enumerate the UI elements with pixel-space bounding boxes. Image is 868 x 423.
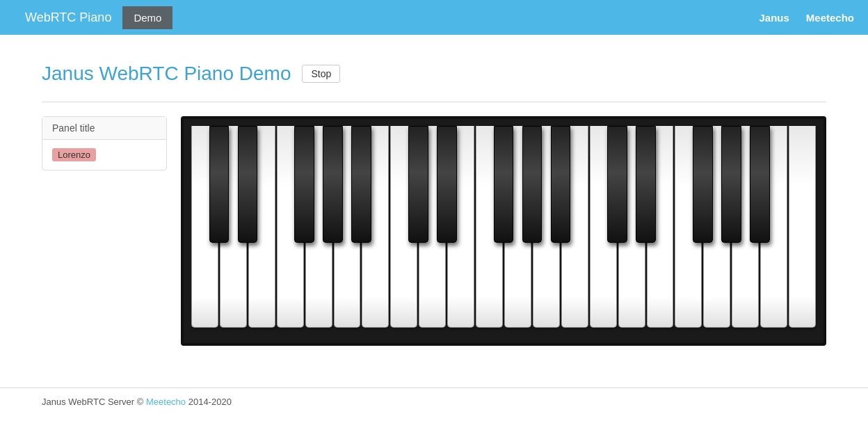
navbar-brand: WebRTC Piano xyxy=(14,10,122,25)
footer-text-before: Janus WebRTC Server © xyxy=(42,397,146,407)
users-panel: Panel title Lorenzo xyxy=(42,116,167,170)
piano-black-key[interactable] xyxy=(294,126,314,243)
piano-black-key[interactable] xyxy=(408,126,428,243)
piano-black-key[interactable] xyxy=(209,126,230,243)
piano-black-key[interactable] xyxy=(522,126,542,243)
panel-title: Panel title xyxy=(42,117,166,140)
stop-button[interactable]: Stop xyxy=(302,65,340,83)
footer-meetecho-link[interactable]: Meetecho xyxy=(146,397,186,407)
piano-black-key[interactable] xyxy=(494,126,514,243)
header-divider xyxy=(42,102,826,102)
piano-black-key[interactable] xyxy=(437,126,457,243)
piano-black-key[interactable] xyxy=(636,126,656,243)
piano-black-key[interactable] xyxy=(750,126,770,243)
navbar: WebRTC Piano Demo Janus Meetecho xyxy=(0,0,868,35)
content-area: Panel title Lorenzo xyxy=(42,116,826,346)
piano-black-key[interactable] xyxy=(551,126,571,243)
page-header: Janus WebRTC Piano Demo Stop xyxy=(42,63,826,85)
piano-black-key[interactable] xyxy=(721,126,741,243)
piano-white-key[interactable] xyxy=(789,126,816,328)
navbar-links: Janus Meetecho xyxy=(759,12,854,24)
footer: Janus WebRTC Server © Meetecho 2014-2020 xyxy=(0,388,868,415)
piano-black-key[interactable] xyxy=(693,126,713,243)
panel-body: Lorenzo xyxy=(42,140,166,170)
main-content: Janus WebRTC Piano Demo Stop Panel title… xyxy=(0,35,868,360)
piano-black-key[interactable] xyxy=(238,126,258,243)
piano-black-key[interactable] xyxy=(607,126,627,243)
navbar-link-meetecho[interactable]: Meetecho xyxy=(806,12,854,24)
piano-keys xyxy=(191,126,817,328)
navbar-demo-tab[interactable]: Demo xyxy=(122,6,172,29)
footer-text-after: 2014-2020 xyxy=(186,397,232,407)
page-title: Janus WebRTC Piano Demo xyxy=(42,63,291,85)
navbar-link-janus[interactable]: Janus xyxy=(759,12,789,24)
piano-black-key[interactable] xyxy=(323,126,343,243)
piano-container xyxy=(181,116,826,346)
user-badge: Lorenzo xyxy=(52,148,96,161)
piano-black-key[interactable] xyxy=(351,126,371,243)
